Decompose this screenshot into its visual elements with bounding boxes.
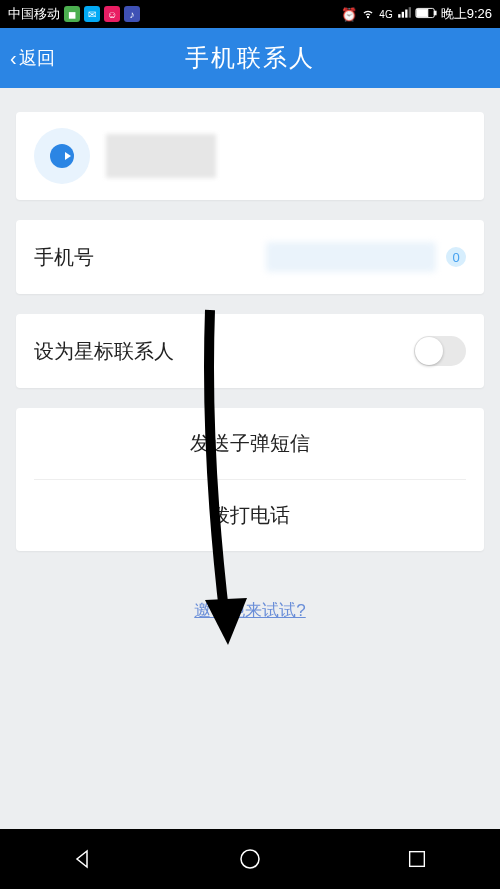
svg-rect-9 — [409, 852, 424, 867]
profile-card[interactable] — [16, 112, 484, 200]
wifi-icon — [361, 6, 375, 23]
svg-rect-2 — [401, 11, 403, 17]
phone-badge: 0 — [446, 247, 466, 267]
nav-back-button[interactable] — [1, 829, 166, 889]
star-label: 设为星标联系人 — [34, 338, 174, 365]
signal-icon — [397, 6, 411, 23]
status-right: ⏰ 4G 晚上9:26 — [341, 5, 492, 23]
nav-recent-button[interactable] — [334, 829, 499, 889]
phone-number-redacted — [266, 242, 436, 272]
nav-home-button[interactable] — [167, 829, 332, 889]
title-bar: ‹ 返回 手机联系人 — [0, 28, 500, 88]
svg-rect-3 — [405, 9, 407, 17]
page-title: 手机联系人 — [185, 42, 315, 74]
time-text: 晚上9:26 — [441, 5, 492, 23]
phone-card[interactable]: 手机号 0 — [16, 220, 484, 294]
back-button[interactable]: ‹ 返回 — [0, 46, 65, 70]
carrier-text: 中国移动 — [8, 5, 60, 23]
svg-rect-4 — [408, 7, 410, 18]
svg-rect-6 — [434, 11, 436, 15]
star-toggle[interactable] — [414, 336, 466, 366]
contact-name-redacted — [106, 134, 216, 178]
app-icon-3: ☺ — [104, 6, 120, 22]
actions-card: 发送子弹短信 拨打电话 — [16, 408, 484, 551]
send-sms-button[interactable]: 发送子弹短信 — [16, 408, 484, 479]
svg-rect-7 — [417, 9, 428, 16]
phone-label: 手机号 — [34, 244, 94, 271]
app-icon-4: ♪ — [124, 6, 140, 22]
avatar — [34, 128, 90, 184]
back-label: 返回 — [19, 46, 55, 70]
svg-rect-1 — [398, 14, 400, 18]
app-icon-1: ◼ — [64, 6, 80, 22]
app-icon-2: ✉ — [84, 6, 100, 22]
svg-point-8 — [241, 850, 259, 868]
star-contact-card: 设为星标联系人 — [16, 314, 484, 388]
alarm-icon: ⏰ — [341, 7, 357, 22]
status-left: 中国移动 ◼ ✉ ☺ ♪ — [8, 5, 337, 23]
content-area: 手机号 0 设为星标联系人 发送子弹短信 拨打电话 邀请他来试试? — [0, 88, 500, 829]
invite-link[interactable]: 邀请他来试试? — [16, 599, 484, 622]
system-nav-bar — [0, 829, 500, 889]
call-button[interactable]: 拨打电话 — [16, 480, 484, 551]
chevron-left-icon: ‹ — [10, 47, 17, 70]
battery-icon — [415, 7, 437, 22]
phone-right: 0 — [266, 242, 466, 272]
status-bar: 中国移动 ◼ ✉ ☺ ♪ ⏰ 4G 晚上9:26 — [0, 0, 500, 28]
network-text: 4G — [379, 9, 392, 20]
svg-point-0 — [368, 16, 369, 17]
avatar-icon — [50, 144, 74, 168]
